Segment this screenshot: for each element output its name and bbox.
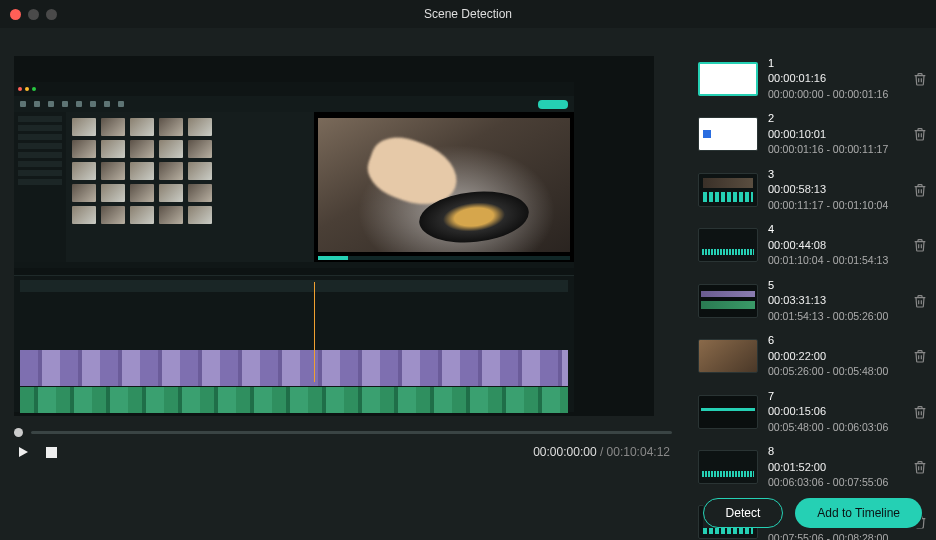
time-display: 00:00:00:00 / 00:10:04:12 [533,445,670,459]
scene-index: 4 [768,222,902,237]
scene-index: 6 [768,333,902,348]
scene-item[interactable]: 200:00:10:0100:00:01:16 - 00:00:11:17 [698,111,928,156]
scene-thumbnail[interactable] [698,173,758,207]
scene-range: 00:07:55:06 - 00:08:28:00 [768,531,902,540]
window-title: Scene Detection [0,7,936,21]
scene-duration: 00:03:31:13 [768,293,902,308]
scene-range: 00:00:01:16 - 00:00:11:17 [768,142,902,157]
scene-duration: 00:00:44:08 [768,238,902,253]
action-bar: Detect Add to Timeline [703,488,922,528]
trash-icon[interactable] [912,404,928,420]
detect-button[interactable]: Detect [703,498,784,528]
titlebar: Scene Detection [0,0,936,28]
scrubber-handle-icon[interactable] [14,428,23,437]
scene-range: 00:01:54:13 - 00:05:26:00 [768,309,902,324]
scene-range: 00:01:10:04 - 00:01:54:13 [768,253,902,268]
scene-thumbnail[interactable] [698,284,758,318]
add-to-timeline-button[interactable]: Add to Timeline [795,498,922,528]
scene-meta: 500:03:31:1300:01:54:13 - 00:05:26:00 [768,278,902,323]
scene-range: 00:05:26:00 - 00:05:48:00 [768,364,902,379]
trash-icon[interactable] [912,182,928,198]
scene-index: 3 [768,167,902,182]
scene-item[interactable]: 500:03:31:1300:01:54:13 - 00:05:26:00 [698,278,928,323]
scene-thumbnail[interactable] [698,117,758,151]
scene-thumbnail[interactable] [698,62,758,96]
play-icon[interactable] [16,445,30,459]
scene-meta: 200:00:10:0100:00:01:16 - 00:00:11:17 [768,111,902,156]
scene-meta: 600:00:22:0000:05:26:00 - 00:05:48:00 [768,333,902,378]
scene-meta: 400:00:44:0800:01:10:04 - 00:01:54:13 [768,222,902,267]
current-time: 00:00:00:00 [533,445,596,459]
scene-meta: 800:01:52:0000:06:03:06 - 00:07:55:06 [768,444,902,489]
scene-duration: 00:00:01:16 [768,71,902,86]
preview-pane: 00:00:00:00 / 00:10:04:12 [0,28,686,540]
trash-icon[interactable] [912,237,928,253]
scene-list[interactable]: 100:00:01:1600:00:00:00 - 00:00:01:16200… [686,28,936,540]
scrubber-track[interactable] [31,431,672,434]
scene-duration: 00:00:10:01 [768,127,902,142]
scene-thumbnail[interactable] [698,339,758,373]
scene-duration: 00:00:58:13 [768,182,902,197]
preview-frame [14,82,574,402]
scene-range: 00:00:11:17 - 00:01:10:04 [768,198,902,213]
scene-item[interactable]: 800:01:52:0000:06:03:06 - 00:07:55:06 [698,444,928,489]
scene-item[interactable]: 600:00:22:0000:05:26:00 - 00:05:48:00 [698,333,928,378]
scene-duration: 00:00:15:06 [768,404,902,419]
scene-range: 00:00:00:00 - 00:00:01:16 [768,87,902,102]
scene-item[interactable]: 300:00:58:1300:00:11:17 - 00:01:10:04 [698,167,928,212]
scene-duration: 00:00:22:00 [768,349,902,364]
scene-meta: 100:00:01:1600:00:00:00 - 00:00:01:16 [768,56,902,101]
content: 00:00:00:00 / 00:10:04:12 100:00:01:1600… [0,28,936,540]
scene-thumbnail[interactable] [698,450,758,484]
scene-meta: 700:00:15:0600:05:48:00 - 00:06:03:06 [768,389,902,434]
trash-icon[interactable] [912,459,928,475]
scene-thumbnail[interactable] [698,395,758,429]
scene-index: 7 [768,389,902,404]
trash-icon[interactable] [912,126,928,142]
svg-rect-0 [46,447,57,458]
total-time: 00:10:04:12 [607,445,670,459]
trash-icon[interactable] [912,293,928,309]
scene-item[interactable]: 100:00:01:1600:00:00:00 - 00:00:01:16 [698,56,928,101]
trash-icon[interactable] [912,348,928,364]
scene-thumbnail[interactable] [698,228,758,262]
scene-range: 00:05:48:00 - 00:06:03:06 [768,420,902,435]
scene-item[interactable]: 700:00:15:0600:05:48:00 - 00:06:03:06 [698,389,928,434]
scene-meta: 300:00:58:1300:00:11:17 - 00:01:10:04 [768,167,902,212]
scrubber[interactable] [14,428,672,437]
scene-item[interactable]: 400:00:44:0800:01:10:04 - 00:01:54:13 [698,222,928,267]
scene-duration: 00:01:52:00 [768,460,902,475]
trash-icon[interactable] [912,71,928,87]
scene-index: 8 [768,444,902,459]
playback-controls: 00:00:00:00 / 00:10:04:12 [14,445,672,459]
scene-index: 1 [768,56,902,71]
video-preview[interactable] [14,56,654,416]
scene-index: 5 [768,278,902,293]
stop-icon[interactable] [46,447,57,458]
scene-index: 2 [768,111,902,126]
